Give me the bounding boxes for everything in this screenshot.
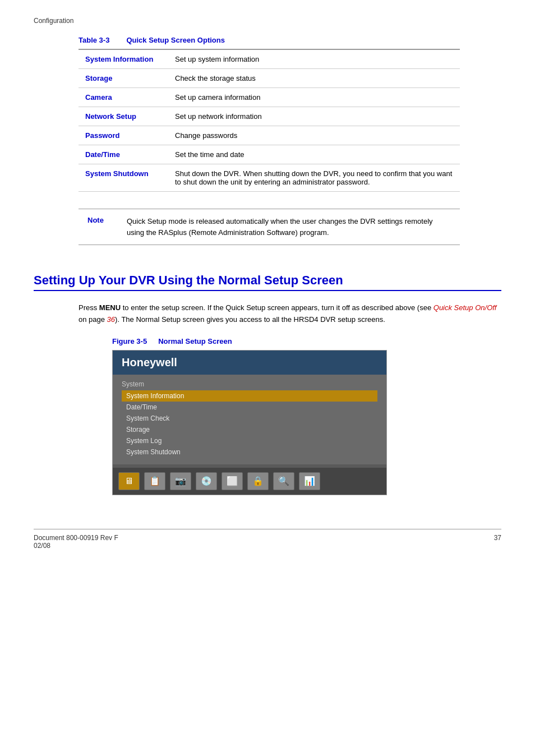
breadcrumb: Configuration — [34, 17, 501, 25]
note-label: Note — [87, 216, 116, 238]
section-paragraph: Press MENU to enter the setup screen. If… — [79, 302, 501, 326]
page: Configuration Table 3-3 Quick Setup Scre… — [0, 0, 535, 566]
dvr-menu-item[interactable]: Date/Time — [122, 402, 377, 413]
table-row: StorageCheck the storage status — [79, 69, 460, 88]
table-row: Date/TimeSet the time and date — [79, 145, 460, 164]
note-box: Note Quick Setup mode is released automa… — [79, 209, 460, 245]
option-description: Set up system information — [168, 49, 460, 69]
dvr-screen: Honeywell System System InformationDate/… — [112, 350, 387, 495]
table-title-text: Quick Setup Screen Options — [126, 36, 225, 44]
dvr-system-label: System — [122, 380, 377, 388]
dvr-toolbar: 🖥 📋 📷 💿 ⬜ 🔒 🔍 📊 — [113, 468, 386, 495]
option-description: Change passwords — [168, 126, 460, 145]
figure-label: Figure 3-5 — [112, 337, 147, 345]
figure-section: Figure 3-5 Normal Setup Screen Honeywell… — [112, 337, 501, 495]
page-link[interactable]: 36 — [107, 315, 115, 324]
note-text: Quick Setup mode is released automatical… — [127, 216, 451, 238]
option-description: Shut down the DVR. When shutting down th… — [168, 164, 460, 192]
footer-doc: Document 800-00919 Rev F — [34, 534, 118, 542]
option-name: Camera — [79, 88, 168, 107]
dvr-toolbar-icon-lock[interactable]: 🔒 — [247, 472, 269, 490]
table-row: System InformationSet up system informat… — [79, 49, 460, 69]
dvr-menu-item[interactable]: System Information — [122, 390, 377, 402]
option-name: Network Setup — [79, 107, 168, 126]
footer-page-number: 37 — [494, 534, 501, 550]
figure-title: Figure 3-5 Normal Setup Screen — [112, 337, 501, 345]
table-label: Table 3-3 — [79, 36, 109, 44]
option-name: Password — [79, 126, 168, 145]
table-row: Network SetupSet up network information — [79, 107, 460, 126]
figure-title-text: Normal Setup Screen — [158, 337, 232, 345]
footer-left: Document 800-00919 Rev F 02/08 — [34, 534, 118, 550]
dvr-toolbar-icon-chart[interactable]: 📊 — [299, 472, 320, 490]
dvr-toolbar-icon-disc[interactable]: 💿 — [196, 472, 217, 490]
dvr-toolbar-icon-blank[interactable]: ⬜ — [222, 472, 243, 490]
body-text-1: Press — [79, 303, 99, 312]
option-name: Date/Time — [79, 145, 168, 164]
table-row: System ShutdownShut down the DVR. When s… — [79, 164, 460, 192]
option-description: Set up network information — [168, 107, 460, 126]
table-title: Table 3-3 Quick Setup Screen Options — [79, 36, 501, 44]
dvr-menu-item[interactable]: System Log — [122, 435, 377, 446]
table-row: PasswordChange passwords — [79, 126, 460, 145]
dvr-menu-item[interactable]: Storage — [122, 424, 377, 435]
dvr-body: System System InformationDate/TimeSystem… — [113, 375, 386, 464]
section-body: Press MENU to enter the setup screen. If… — [79, 302, 501, 326]
body-menu: MENU — [99, 303, 121, 312]
footer-date: 02/08 — [34, 542, 118, 550]
section-heading: Setting Up Your DVR Using the Normal Set… — [34, 273, 501, 291]
dvr-toolbar-icon-list[interactable]: 📋 — [144, 472, 165, 490]
dvr-menu-item[interactable]: System Check — [122, 413, 377, 424]
page-footer: Document 800-00919 Rev F 02/08 37 — [34, 529, 501, 550]
dvr-header: Honeywell — [113, 351, 386, 375]
option-description: Check the storage status — [168, 69, 460, 88]
body-text-2: to enter the setup screen. If the Quick … — [121, 303, 433, 312]
body-text-4: ). The Normal Setup screen gives you acc… — [115, 315, 385, 324]
dvr-menu: System InformationDate/TimeSystem CheckS… — [122, 390, 377, 458]
dvr-brand: Honeywell — [122, 356, 177, 368]
table-row: CameraSet up camera information — [79, 88, 460, 107]
option-name: System Information — [79, 49, 168, 69]
table-section: Table 3-3 Quick Setup Screen Options Sys… — [79, 36, 501, 192]
option-description: Set the time and date — [168, 145, 460, 164]
dvr-menu-item[interactable]: System Shutdown — [122, 446, 377, 458]
quick-setup-link[interactable]: Quick Setup On/Off — [433, 303, 497, 312]
options-table: System InformationSet up system informat… — [79, 49, 460, 192]
dvr-toolbar-icon-system[interactable]: 🖥 — [118, 472, 140, 490]
option-description: Set up camera information — [168, 88, 460, 107]
option-name: System Shutdown — [79, 164, 168, 192]
dvr-toolbar-icon-search[interactable]: 🔍 — [273, 472, 294, 490]
option-name: Storage — [79, 69, 168, 88]
dvr-toolbar-icon-camera[interactable]: 📷 — [170, 472, 191, 490]
body-text-3: on page — [79, 315, 107, 324]
